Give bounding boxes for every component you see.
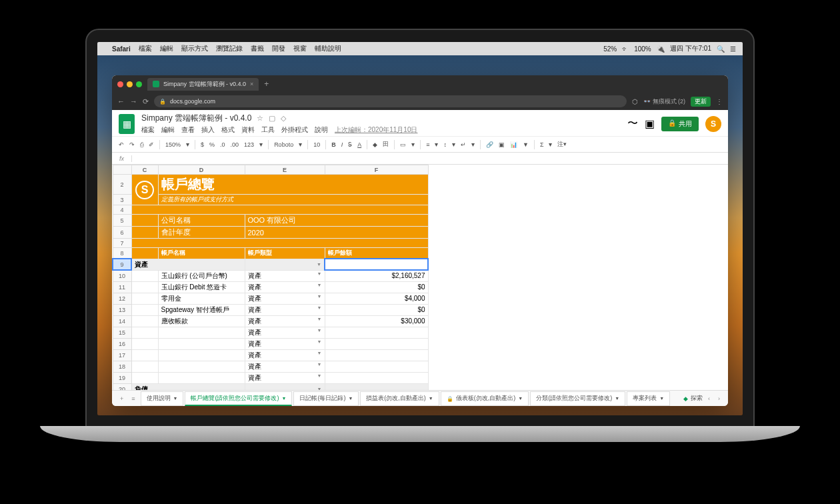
dropdown-icon[interactable]: ▼ xyxy=(317,305,322,310)
menu-develop[interactable]: 開發 xyxy=(272,44,285,53)
spotlight-icon[interactable]: 🔍 xyxy=(717,45,725,53)
menu-window[interactable]: 視窗 xyxy=(293,44,307,53)
account-name-cell[interactable]: Spgateway 智付通帳戶 xyxy=(158,304,245,315)
menu-view[interactable]: 顯示方式 xyxy=(181,44,208,53)
dropdown-icon[interactable]: ▼ xyxy=(317,328,322,333)
sheet-tab[interactable]: 損益表(勿改,自動產出)▼ xyxy=(360,391,439,406)
menu-help[interactable]: 輔助說明 xyxy=(315,44,341,53)
account-type-cell[interactable]: 資產▼ xyxy=(245,361,325,372)
dropdown-icon[interactable]: ▼ xyxy=(317,351,322,355)
section-header-cell[interactable]: 資產 xyxy=(131,259,245,270)
dropdown-icon[interactable]: ▼ xyxy=(317,362,322,367)
row-header[interactable]: 10 xyxy=(113,270,131,281)
maximize-window-button[interactable] xyxy=(136,81,142,87)
menu-history[interactable]: 瀏覽記錄 xyxy=(216,44,243,53)
row-header[interactable]: 11 xyxy=(113,281,131,293)
balance-cell[interactable] xyxy=(325,349,428,361)
row-header[interactable]: 16 xyxy=(113,338,131,349)
row-header[interactable]: 3 xyxy=(113,195,131,205)
balance-cell[interactable]: $4,000 xyxy=(325,293,428,304)
account-type-cell[interactable]: 資產▼ xyxy=(245,315,325,327)
cell[interactable] xyxy=(131,361,158,372)
browser-menu-icon[interactable]: ⋮ xyxy=(716,98,723,105)
italic-button[interactable]: I xyxy=(341,141,343,148)
minimize-window-button[interactable] xyxy=(127,81,133,87)
sheet-subtitle[interactable]: 定義所有的帳戶或支付方式 xyxy=(158,195,428,205)
cell[interactable] xyxy=(131,349,158,361)
bold-button[interactable]: B xyxy=(331,141,336,148)
sheets-menu-data[interactable]: 資料 xyxy=(241,125,255,135)
valign-button[interactable]: ↕ xyxy=(443,141,447,148)
incognito-icon[interactable]: 👓 無痕模式 (2) xyxy=(643,97,685,106)
zoom-select[interactable]: 150% xyxy=(165,141,181,148)
chevron-down-icon[interactable]: ▼ xyxy=(659,396,664,401)
move-folder-icon[interactable]: ▢ xyxy=(269,114,275,123)
account-name-cell[interactable]: 零用金 xyxy=(158,293,245,304)
last-edit-text[interactable]: 上次編輯：2020年11月10日 xyxy=(335,125,418,135)
inc-button[interactable]: .00 xyxy=(231,141,239,148)
comment-button[interactable]: ▣ xyxy=(499,141,505,148)
row-header[interactable]: 13 xyxy=(113,304,131,315)
currency-button[interactable]: $ xyxy=(201,141,204,148)
browser-tab[interactable]: Simpany 雲端帳簿範例 - v0.4.0 × xyxy=(147,78,259,91)
tab-close-icon[interactable]: × xyxy=(250,81,253,87)
sheet-tab[interactable]: 帳戶總覽(請依照您公司需要修改)▼ xyxy=(185,391,292,406)
row-header[interactable]: 4 xyxy=(113,205,131,215)
activity-icon[interactable]: 〜 xyxy=(627,117,638,131)
sheet-tab[interactable]: 分類(請依照您公司需要修改)▼ xyxy=(530,391,625,406)
add-sheet-button[interactable]: + xyxy=(117,394,126,403)
row-header[interactable]: 6 xyxy=(113,227,131,239)
account-type-cell[interactable]: 資產▼ xyxy=(245,281,325,293)
row-header[interactable]: 18 xyxy=(113,361,131,372)
fill-button[interactable]: ◆ xyxy=(373,141,377,148)
back-button[interactable]: ← xyxy=(117,97,125,105)
menu-bookmarks[interactable]: 書籤 xyxy=(251,44,264,53)
chevron-down-icon[interactable]: ▼ xyxy=(429,396,433,401)
account-name-cell[interactable]: 玉山銀行 (公司戶台幣) xyxy=(158,270,245,281)
sheets-menu-edit[interactable]: 編輯 xyxy=(161,125,175,135)
dropdown-icon[interactable]: ▼ xyxy=(317,317,322,321)
dropdown-icon[interactable]: ▼ xyxy=(317,387,322,390)
col-header[interactable]: F xyxy=(325,165,428,175)
cell[interactable] xyxy=(131,372,158,383)
app-name[interactable]: Safari xyxy=(112,45,131,53)
explore-button[interactable]: ◆ 探索 xyxy=(683,394,703,403)
status-battery[interactable]: 52% xyxy=(603,45,617,53)
sheets-menu-tools[interactable]: 工具 xyxy=(261,125,275,135)
borders-button[interactable]: 田 xyxy=(383,140,389,149)
dropdown-icon[interactable]: ▼ xyxy=(317,271,322,276)
paint-format-button[interactable]: ✐ xyxy=(149,141,154,148)
chevron-down-icon[interactable]: ▼ xyxy=(281,396,286,401)
textcolor-button[interactable]: A xyxy=(357,141,361,148)
chevron-down-icon[interactable]: ▼ xyxy=(348,396,353,401)
account-type-cell[interactable]: 資產▼ xyxy=(245,327,325,338)
functions-button[interactable]: Σ xyxy=(540,141,544,148)
account-type-cell[interactable]: 資產▼ xyxy=(245,372,325,383)
type-cell[interactable]: ▼ xyxy=(245,383,325,390)
balance-cell[interactable] xyxy=(325,383,428,390)
sheets-menu-help[interactable]: 說明 xyxy=(315,125,328,135)
col-name[interactable]: 帳戶名稱 xyxy=(158,248,245,259)
account-type-cell[interactable]: 資產▼ xyxy=(245,349,325,361)
status-clock[interactable]: 週四 下午7:01 xyxy=(670,44,711,53)
control-center-icon[interactable]: ☰ xyxy=(730,45,736,53)
dropdown-icon[interactable]: ▼ xyxy=(317,339,322,344)
address-field[interactable]: docs.google.com xyxy=(154,95,627,107)
dropdown-icon[interactable]: ▼ xyxy=(317,294,322,299)
col-header[interactable]: C xyxy=(131,165,158,175)
status-charge[interactable]: 100% xyxy=(634,45,651,53)
sheets-menu-view[interactable]: 查看 xyxy=(181,125,195,135)
undo-button[interactable]: ↶ xyxy=(119,141,124,148)
col-header[interactable]: E xyxy=(245,165,325,175)
cell[interactable] xyxy=(131,270,158,281)
balance-cell[interactable] xyxy=(325,361,428,372)
account-name-cell[interactable]: 應收帳款 xyxy=(158,315,245,327)
account-name-cell[interactable] xyxy=(158,327,245,338)
account-name-cell[interactable]: 玉山銀行 Debit 悠遊卡 xyxy=(158,281,245,293)
account-type-cell[interactable]: 資產▼ xyxy=(245,338,325,349)
filter-button[interactable]: ▼ xyxy=(523,141,529,148)
wrap-button[interactable]: ↵ xyxy=(461,141,466,148)
input-tools-button[interactable]: 注▾ xyxy=(557,140,567,149)
balance-cell[interactable] xyxy=(325,338,428,349)
redo-button[interactable]: ↷ xyxy=(129,141,135,148)
